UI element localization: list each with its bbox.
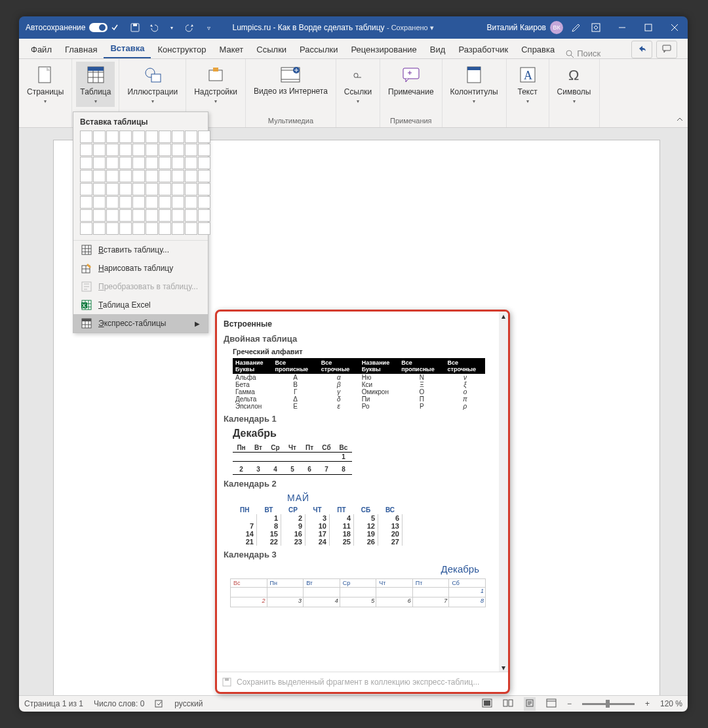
close-button[interactable] [661,16,688,39]
tab-review[interactable]: Рецензирование [344,41,423,58]
tab-file[interactable]: Файл [24,41,58,58]
ribbon-mode-button[interactable] [583,16,609,39]
tab-mailings[interactable]: Рассылки [293,41,344,58]
chevron-down-icon[interactable]: ▾ [165,21,178,34]
zoom-slider[interactable] [582,703,635,705]
calendar1[interactable]: Декабрь ПнВтСрЧтПтСбВс12345678 [233,428,492,475]
calendar3[interactable]: Декабрь ВсПнВтСрЧтПтСб12345678 [224,563,492,607]
double-table-name[interactable]: Двойная таблица [224,334,492,344]
gallery-footer: Сохранить выделенный фрагмент в коллекци… [217,672,508,692]
tab-references[interactable]: Ссылки [250,41,293,58]
cal3-name[interactable]: Календарь 3 [224,550,492,559]
redo-icon[interactable] [184,21,197,34]
web-view-icon[interactable] [546,698,557,710]
page-status[interactable]: Страница 1 из 1 [24,699,83,708]
quick-tables-item[interactable]: Экспресс-таблицы▶ [73,314,208,333]
text-icon: A [517,64,538,85]
greek-table[interactable]: НазваниеБуквыВсепрописныеВсестрочныеНазв… [233,358,485,410]
tab-design[interactable]: Конструктор [151,41,212,58]
text-button[interactable]: AТекст▾ [511,62,545,107]
svg-text:Ω: Ω [568,67,579,83]
gallery-body[interactable]: Встроенные Двойная таблица Греческий алф… [217,312,499,672]
language-status[interactable]: русский [174,699,203,708]
scroll-up-icon[interactable]: ▴ [500,313,507,319]
header-icon [463,64,484,85]
share-button[interactable] [631,41,652,58]
chevron-down-icon: ▾ [94,98,97,104]
draw-table-item[interactable]: Нарисовать таблицу [73,259,208,277]
links-button[interactable]: Ссылки▾ [340,62,376,107]
cal2-name[interactable]: Календарь 2 [224,479,492,489]
tab-developer[interactable]: Разработчик [452,41,515,58]
greek-title: Греческий алфавит [233,348,492,355]
drawing-icon[interactable] [570,21,583,34]
chevron-down-icon: ▾ [473,98,475,104]
excel-table-item[interactable]: XТаблица Excel [73,296,208,314]
cal2-days: ПНВТСРЧТПТСБВС [233,506,403,514]
qat-customize-icon[interactable]: ▿ [202,21,215,34]
collapse-ribbon-button[interactable] [672,59,688,127]
zoom-value[interactable]: 120 % [660,699,682,708]
autosave[interactable]: Автосохранение [19,23,125,32]
word-count[interactable]: Число слов: 0 [94,699,144,708]
svg-rect-2 [592,24,600,31]
minimize-button[interactable] [609,16,635,39]
greek-header-row: НазваниеБуквыВсепрописныеВсестрочныеНазв… [233,358,485,374]
cal2-tbl: ПНВТСРЧТПТСБВС12345678910111213141516171… [233,506,403,546]
user-account[interactable]: Виталий Каиров ВК [480,21,570,34]
shapes-icon [142,64,163,85]
svg-text:A: A [524,69,532,82]
saved-status[interactable]: - Сохранено ▾ [387,24,434,31]
gallery-scrollbar[interactable]: ▴ ▾ [499,312,508,672]
svg-rect-10 [151,74,161,82]
insert-table-item[interactable]: Вставить таблицу... [73,241,208,259]
pages-button[interactable]: Страницы▾ [23,62,68,107]
svg-rect-5 [663,45,671,51]
table-button[interactable]: Таблица▾ [76,62,115,107]
focus-view-icon[interactable] [482,698,492,710]
quick-rest: кспресс-таблицы [104,319,167,328]
symbols-button[interactable]: ΩСимволы▾ [553,62,595,107]
insert-rest: ставить таблицу... [104,245,169,254]
calendar2[interactable]: МАЙ ПНВТСРЧТПТСБВС1234567891011121314151… [233,493,492,546]
table-size-grid[interactable] [73,131,208,240]
read-view-icon[interactable] [503,698,513,710]
cal1-r2: 2345678 [233,462,352,475]
video-icon [280,64,301,85]
proofing-icon[interactable] [155,698,164,710]
print-view-icon[interactable] [524,697,536,711]
document-title: Lumpics.ru - Как в Ворде сделать таблицу… [219,23,480,32]
chevron-down-icon: ▾ [151,98,154,104]
tab-help[interactable]: Справка [515,41,561,58]
maximize-button[interactable] [635,16,661,39]
autosave-label: Автосохранение [26,23,85,32]
svg-rect-35 [82,319,91,321]
video-button[interactable]: Видео из Интернета [250,62,332,98]
zoom-in-button[interactable]: + [645,699,650,708]
comment-button[interactable]: Примечание [384,62,437,99]
tab-layout[interactable]: Макет [213,41,250,58]
table-dropdown: Вставка таблицы Вставить таблицу... Нари… [73,111,208,333]
cal1-name[interactable]: Календарь 1 [224,414,492,424]
autosave-toggle[interactable] [89,23,108,32]
addins-button[interactable]: Надстройки▾ [190,62,241,107]
addins-icon [205,64,226,85]
chevron-down-icon: ▾ [214,98,217,104]
tab-insert[interactable]: Вставка [104,39,151,58]
comments-button[interactable] [656,41,677,58]
undo-icon[interactable] [147,21,160,34]
zoom-out-button[interactable]: − [567,699,572,708]
svg-text:X: X [82,302,86,309]
excel-rest: аблица Excel [103,300,151,310]
svg-rect-23 [484,700,490,706]
tab-home[interactable]: Главная [58,41,104,58]
avatar: ВК [550,21,563,34]
save-icon[interactable] [128,21,142,34]
omega-icon: Ω [564,64,585,85]
tab-view[interactable]: Вид [423,41,452,58]
headerfooter-button[interactable]: Колонтитулы▾ [446,62,502,107]
search-box[interactable]: Поиск [561,49,604,58]
illustrations-button[interactable]: Иллюстрации▾ [123,62,182,107]
scroll-down-icon[interactable]: ▾ [500,664,507,671]
svg-rect-8 [88,67,104,71]
